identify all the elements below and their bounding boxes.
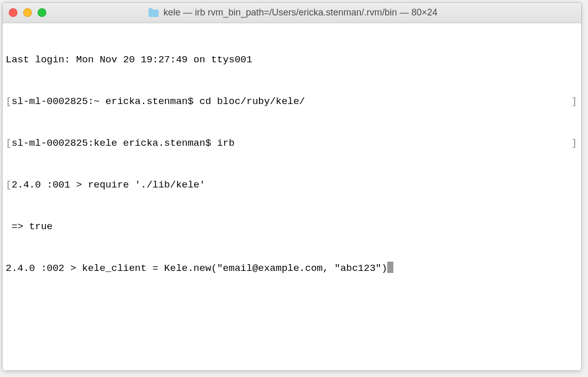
line-text: sl-ml-0002825:~ ericka.stenman$ cd bloc/… xyxy=(11,96,305,107)
window-title: kele — irb rvm_bin_path=/Users/ericka.st… xyxy=(163,7,437,18)
line-text: 2.4.0 :002 > kele_client = Kele.new("ema… xyxy=(6,263,387,274)
terminal-cursor xyxy=(387,262,393,273)
line-text: => true xyxy=(6,221,59,232)
window-titlebar[interactable]: kele — irb rvm_bin_path=/Users/ericka.st… xyxy=(3,3,581,23)
terminal-line: => true xyxy=(6,220,578,234)
terminal-line: [sl-ml-0002825:kele ericka.stenman$ irb] xyxy=(6,136,578,150)
bracket-right: ] xyxy=(572,136,577,150)
terminal-line: Last login: Mon Nov 20 19:27:49 on ttys0… xyxy=(6,53,578,67)
folder-icon xyxy=(148,8,159,18)
line-text: Last login: Mon Nov 20 19:27:49 on ttys0… xyxy=(6,54,252,65)
terminal-line: [2.4.0 :001 > require './lib/kele' xyxy=(6,178,578,192)
bracket-left: [ xyxy=(6,96,11,107)
line-text: sl-ml-0002825:kele ericka.stenman$ irb xyxy=(11,138,234,149)
terminal-line: [sl-ml-0002825:~ ericka.stenman$ cd bloc… xyxy=(6,95,578,109)
title-content: kele — irb rvm_bin_path=/Users/ericka.st… xyxy=(10,7,575,18)
terminal-line: 2.4.0 :002 > kele_client = Kele.new("ema… xyxy=(6,262,578,276)
bracket-left: [ xyxy=(6,179,11,191)
terminal-body[interactable]: Last login: Mon Nov 20 19:27:49 on ttys0… xyxy=(3,23,581,370)
bracket-right: ] xyxy=(572,95,577,109)
bracket-left: [ xyxy=(6,138,11,149)
terminal-window: kele — irb rvm_bin_path=/Users/ericka.st… xyxy=(2,2,582,371)
line-text: 2.4.0 :001 > require './lib/kele' xyxy=(11,179,205,191)
